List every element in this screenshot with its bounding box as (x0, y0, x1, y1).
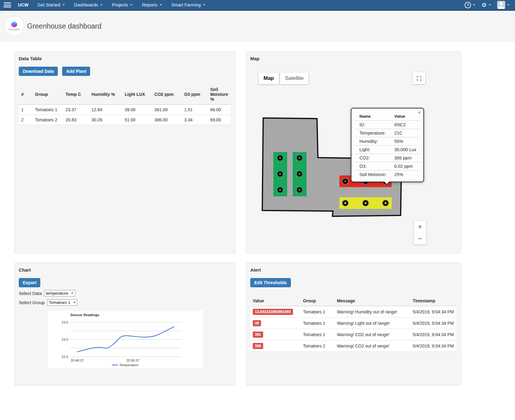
chevron-down-icon (100, 4, 103, 6)
chevron-down-icon (473, 4, 475, 6)
nav-item-label: Get Started (38, 2, 60, 7)
nav-item-label: Smart Farming (171, 2, 201, 7)
alert-row: 386Tomatoes 2Warning! CO2 out of range!5… (250, 340, 456, 352)
column-header: Group (300, 296, 334, 306)
chart-panel-title: Chart (15, 263, 235, 273)
svg-text:20:56:37: 20:56:37 (126, 359, 140, 362)
select-data-dropdown[interactable]: temperature ▼ (44, 290, 75, 296)
column-header: O3 ppm (182, 84, 208, 104)
alert-row: 39Tomatoes 1Warning! Light out of range!… (250, 318, 456, 329)
app-logo: UnityCloudPlan (4, 16, 24, 36)
add-plant-button[interactable]: Add Plant (62, 67, 90, 76)
alert-value-badge: 386 (253, 343, 263, 349)
zoom-in-button[interactable]: + (414, 221, 426, 233)
svg-text:20:48:37: 20:48:37 (71, 359, 84, 362)
column-header: Message (335, 296, 410, 306)
sensor-info-table: NameValueID:R5C2Temperature:21CHumidity:… (355, 113, 420, 179)
table-row: 2Tomatoes 220.8330.2651.00386.003.3469.0… (19, 115, 231, 125)
sensor-readings-chart: Sensor Readings22.523.023.520:48:3720:56… (48, 311, 203, 368)
settings-menu[interactable]: ⚙ (481, 2, 491, 8)
column-header: Timestamp (410, 296, 456, 306)
help-menu[interactable]: ? (465, 2, 475, 8)
top-navbar: UCW Get StartedDashboardsProjectsReports… (0, 0, 515, 11)
table-row: Humidity:55% (355, 137, 420, 146)
navbar-right: ? ⚙ (465, 1, 515, 9)
nav-item-dashboards[interactable]: Dashboards (69, 2, 107, 7)
map-zoom-control: + − (414, 221, 426, 245)
map-canvas[interactable]: Map Satellite + − × NameValueID:R5C2Temp… (246, 52, 461, 253)
chevron-down-icon (489, 4, 491, 6)
chevron-down-icon (160, 4, 162, 6)
select-data-value: temperature (46, 291, 68, 296)
data-table-panel-title: Data Table (15, 52, 235, 61)
map-type-map-button[interactable]: Map (259, 73, 279, 84)
page-header: UnityCloudPlan Greenhouse dashboard (0, 11, 515, 42)
alert-value-badge: 12.843322893961693 (253, 309, 293, 315)
map-panel: Map Map Satellite + − × NameValueID:R5C2… (246, 51, 461, 253)
alert-row: 12.843322893961693Tomatoes 1Warning! Hum… (250, 306, 456, 318)
column-header: Temp C (63, 84, 89, 104)
table-row: CO2:385 ppm (355, 154, 420, 162)
gear-icon: ⚙ (481, 2, 487, 8)
table-row: Temperature:21C (355, 129, 420, 137)
alert-value-badge: 39 (253, 320, 261, 326)
help-icon: ? (465, 2, 471, 8)
chevron-down-icon: ▼ (73, 301, 75, 304)
nav-item-reports[interactable]: Reports (137, 2, 167, 7)
cube-logo-icon (10, 21, 18, 28)
column-header: Value (390, 113, 420, 121)
page-title: Greenhouse dashboard (27, 22, 101, 30)
chevron-down-icon: ▼ (71, 292, 73, 295)
alert-table: ValueGroupMessageTimestamp12.84332289396… (250, 296, 456, 352)
page: UCW Get StartedDashboardsProjectsReports… (0, 0, 515, 420)
svg-text:23.5: 23.5 (62, 320, 68, 324)
chevron-down-icon (130, 4, 133, 6)
close-icon[interactable]: × (418, 110, 421, 115)
nav-item-label: Projects (112, 2, 128, 7)
nav-item-label: Dashboards (74, 2, 98, 7)
logo-text: UnityCloudPlan (8, 29, 20, 30)
edit-thresholds-button[interactable]: Edit Thresholds (250, 278, 291, 287)
column-header: Light LUX (122, 84, 152, 104)
column-header: # (19, 84, 33, 104)
map-type-satellite-button[interactable]: Satellite (280, 73, 308, 84)
sensor-data-table: #GroupTemp CHumidity %Light LUXCO2 ppmO3… (19, 84, 231, 125)
chevron-down-icon (203, 4, 205, 6)
select-group-value: Tomatoes 1 (49, 300, 70, 305)
column-header: Humidity % (89, 84, 122, 104)
menu-icon[interactable] (4, 2, 11, 7)
user-menu[interactable] (497, 1, 509, 9)
nav-item-projects[interactable]: Projects (107, 2, 137, 7)
fullscreen-icon (416, 76, 422, 81)
svg-text:22.5: 22.5 (62, 355, 68, 359)
export-button[interactable]: Export (19, 278, 40, 287)
table-row: ID:R5C2 (355, 121, 420, 129)
fullscreen-button[interactable] (413, 72, 425, 84)
download-data-button[interactable]: Download Data (19, 67, 58, 76)
column-header: Soil Moisture % (208, 84, 231, 104)
data-table-panel: Data Table Download Data Add Plant #Grou… (14, 51, 236, 253)
sensor-info-popup: × NameValueID:R5C2Temperature:21CHumidit… (351, 108, 424, 182)
chevron-down-icon (62, 4, 65, 6)
chevron-down-icon (507, 4, 509, 6)
zoom-out-button[interactable]: − (414, 233, 426, 245)
column-header: Name (355, 113, 390, 121)
column-header: Value (250, 296, 300, 306)
alert-panel: Alert Edit Thresholds ValueGroupMessageT… (246, 263, 461, 386)
navbar-brand[interactable]: UCW (18, 2, 33, 7)
column-header: CO2 ppm (152, 84, 182, 104)
svg-text:23.0: 23.0 (62, 338, 68, 341)
table-row: Soil Moisture:25% (355, 171, 420, 179)
table-row: O3:0.02 ppm (355, 162, 420, 171)
nav-item-smart-farming[interactable]: Smart Farming (167, 2, 210, 7)
alert-value-badge: 381 (253, 332, 263, 338)
table-row: 1Tomatoes 123.3712.8439.00381.001.5168.0… (19, 104, 231, 115)
alert-row: 381Tomatoes 1Warning! CO2 out of range!5… (250, 329, 456, 340)
column-header: Group (33, 84, 63, 104)
svg-text:Temperature: Temperature (119, 363, 138, 367)
chart-panel: Chart Export Select Data temperature ▼ S… (14, 263, 236, 386)
nav-item-get-started[interactable]: Get Started (33, 2, 69, 7)
select-group-dropdown[interactable]: Tomatoes 1 ▼ (47, 299, 77, 306)
select-group-label: Select Group (19, 300, 45, 305)
table-row: Light:30,000 Lux (355, 146, 420, 154)
